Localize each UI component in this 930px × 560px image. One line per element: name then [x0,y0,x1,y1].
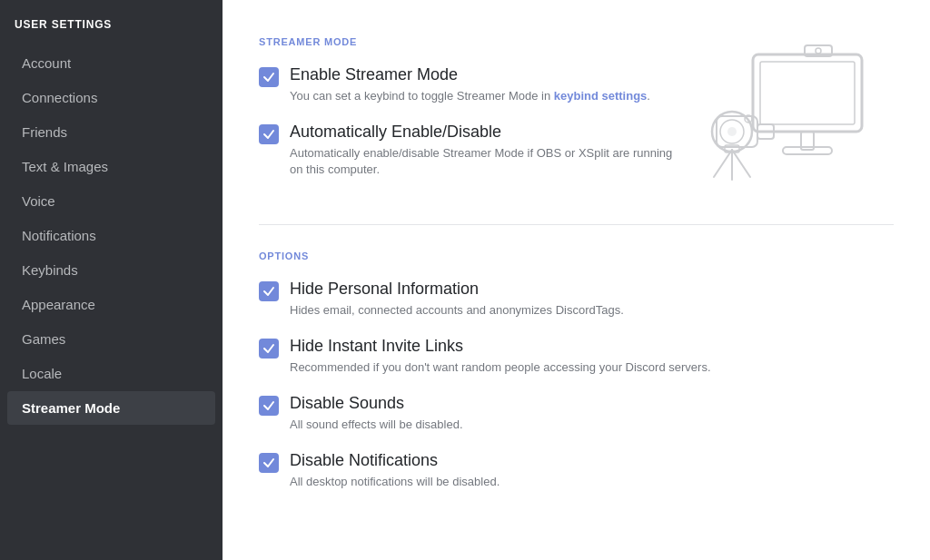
option-label-1: Hide Instant Invite Links [290,337,894,356]
checkbox-enable-streamer-mode-box[interactable] [259,67,279,87]
svg-line-11 [714,150,732,177]
checkbox-option-2: Disable SoundsAll sound effects will be … [259,394,894,433]
svg-rect-0 [753,54,862,132]
section-divider [259,224,894,225]
option-desc-3: All desktop notifications will be disabl… [290,474,894,490]
checkbox-option-1: Hide Instant Invite LinksRecommended if … [259,337,894,376]
checkbox-auto-enable-content: Automatically Enable/Disable Automatical… [290,123,676,178]
checkbox-enable-streamer-mode-content: Enable Streamer Mode You can set a keybi… [290,65,676,104]
sidebar-item-connections[interactable]: Connections [7,81,215,114]
options-checkboxes: Hide Personal InformationHides email, co… [259,280,894,491]
sidebar-item-appearance[interactable]: Appearance [7,288,215,321]
streamer-illustration [694,36,894,182]
streamer-mode-header: STREAMER MODE Enable Streamer Mode You c… [259,36,894,197]
sidebar: USER SETTINGS AccountConnectionsFriendsT… [0,0,223,560]
checkbox-option-content-3: Disable NotificationsAll desktop notific… [290,451,894,490]
svg-line-13 [732,150,750,177]
main-content: STREAMER MODE Enable Streamer Mode You c… [223,0,930,560]
checkbox-option-content-1: Hide Instant Invite LinksRecommended if … [290,337,894,376]
sidebar-item-text---images[interactable]: Text & Images [7,150,215,183]
checkbox-option-3: Disable NotificationsAll desktop notific… [259,451,894,490]
svg-rect-1 [760,62,855,124]
options-section-title: OPTIONS [259,251,894,261]
streamer-mode-section-title: STREAMER MODE [259,36,676,47]
enable-streamer-mode-desc: You can set a keybind to toggle Streamer… [290,88,676,104]
checkbox-option-content-2: Disable SoundsAll sound effects will be … [290,394,894,433]
option-desc-2: All sound effects will be disabled. [290,417,894,433]
checkbox-option-content-0: Hide Personal InformationHides email, co… [290,280,894,319]
checkbox-option-box-3[interactable] [259,453,279,473]
checkmark-icon-2 [262,128,275,141]
svg-point-8 [727,127,737,136]
sidebar-item-locale[interactable]: Locale [7,357,215,390]
camera-illustration [703,36,885,182]
sidebar-item-voice[interactable]: Voice [7,184,215,218]
checkbox-option-box-0[interactable] [259,281,279,301]
checkmark-icon-opt-2 [262,399,275,412]
auto-enable-desc: Automatically enable/disable Streamer Mo… [290,145,676,178]
option-label-2: Disable Sounds [290,394,894,413]
option-desc-1: Recommended if you don't want random peo… [290,359,894,376]
checkbox-option-box-1[interactable] [259,339,279,359]
checkmark-icon-opt-1 [262,342,275,355]
checkmark-icon-opt-3 [262,457,275,469]
checkmark-icon [262,71,275,84]
sidebar-item-account[interactable]: Account [7,46,215,80]
option-desc-0: Hides email, connected accounts and anon… [290,302,894,319]
option-label-0: Hide Personal Information [290,280,894,299]
keybind-settings-link[interactable]: keybind settings [554,89,648,103]
sidebar-item-games[interactable]: Games [7,322,215,356]
checkbox-auto-enable-box[interactable] [259,124,279,144]
enable-streamer-mode-label: Enable Streamer Mode [290,65,676,84]
option-label-3: Disable Notifications [290,451,894,470]
svg-point-3 [816,48,821,54]
checkbox-auto-enable: Automatically Enable/Disable Automatical… [259,123,676,178]
checkbox-option-0: Hide Personal InformationHides email, co… [259,280,894,319]
sidebar-title: USER SETTINGS [0,18,223,45]
checkbox-option-box-2[interactable] [259,396,279,416]
sidebar-item-friends[interactable]: Friends [7,115,215,149]
auto-enable-label: Automatically Enable/Disable [290,123,676,142]
checkbox-enable-streamer-mode: Enable Streamer Mode You can set a keybi… [259,65,676,104]
checkmark-icon-opt-0 [262,285,275,298]
sidebar-item-keybinds[interactable]: Keybinds [7,253,215,287]
streamer-options: STREAMER MODE Enable Streamer Mode You c… [259,36,676,197]
sidebar-item-streamer-mode[interactable]: Streamer Mode [7,391,215,425]
sidebar-item-notifications[interactable]: Notifications [7,219,215,252]
